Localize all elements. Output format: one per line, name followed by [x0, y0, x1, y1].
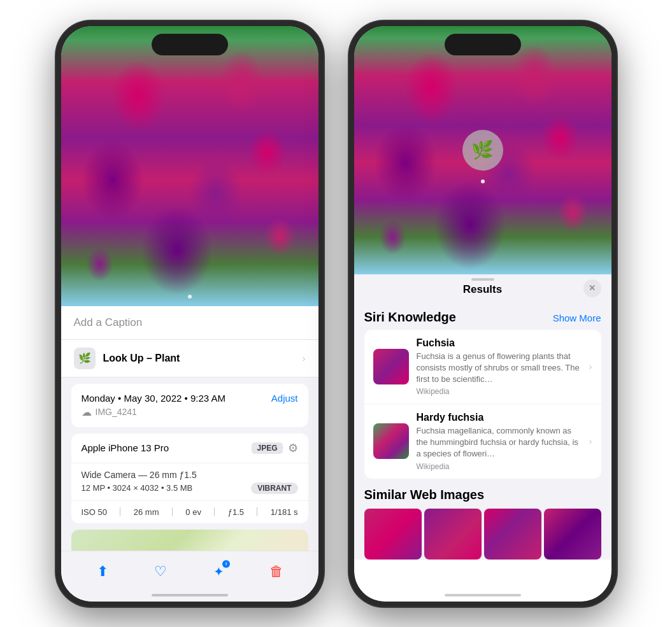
hardy-fuchsia-chevron-icon: ›: [589, 436, 592, 446]
exif-divider-2: [172, 507, 173, 516]
exif-divider-3: [214, 507, 215, 516]
left-phone: Add a Caption 🌿 Look Up – Plant › Monday…: [56, 21, 324, 607]
right-phone: 🌿 Results ✕ Siri Knowledge Show More: [349, 21, 617, 607]
heart-icon: ♡: [154, 563, 167, 580]
web-image-1[interactable]: [364, 509, 422, 560]
web-images-section: Similar Web Images: [364, 488, 601, 560]
leaf-icon: 🌿: [471, 139, 494, 160]
right-photo: 🌿: [354, 26, 611, 274]
siri-dot: [481, 180, 485, 183]
results-title: Results: [463, 283, 502, 296]
web-image-4[interactable]: [544, 509, 601, 560]
lookup-text: Look Up – Plant: [103, 353, 180, 364]
results-header: Results ✕: [354, 274, 611, 302]
exif-row: ISO 50 26 mm 0 ev ƒ1.5 1/181 s: [71, 501, 308, 523]
device-name: Apple iPhone 13 Pro: [82, 442, 169, 453]
hardy-fuchsia-name: Hardy fuchsia: [417, 412, 582, 423]
lens-sub: 12 MP • 3024 × 4032 • 3.5 MB VIBRANT: [82, 483, 298, 494]
lookup-chevron-icon: ›: [303, 353, 306, 363]
hardy-fuchsia-thumbnail: [373, 423, 409, 459]
right-home-indicator: [445, 594, 521, 596]
lookup-icon: 🌿: [74, 348, 96, 369]
info-button[interactable]: ✦ i: [209, 562, 228, 581]
fuchsia-chevron-icon: ›: [589, 362, 592, 372]
web-images-grid: [364, 509, 601, 560]
exif-ev: 0 ev: [185, 507, 201, 517]
filename: IMG_4241: [96, 407, 137, 417]
lens-text: Wide Camera — 26 mm ƒ1.5: [82, 470, 298, 480]
caption-placeholder: Add a Caption: [74, 316, 143, 328]
device-badges: JPEG ⚙: [252, 441, 297, 455]
format-badge: JPEG: [252, 442, 282, 454]
exif-divider: [120, 507, 120, 516]
right-screen: 🌿 Results ✕ Siri Knowledge Show More: [354, 26, 611, 602]
hardy-fuchsia-info: Hardy fuchsia Fuchsia magellanica, commo…: [417, 412, 582, 471]
left-photo: [61, 26, 318, 306]
exif-aperture: ƒ1.5: [228, 507, 244, 517]
exif-divider-4: [257, 507, 257, 516]
device-section: Apple iPhone 13 Pro JPEG ⚙ Wide Camera —…: [71, 433, 308, 523]
cloud-icon: ☁: [82, 406, 92, 418]
siri-lookup-button[interactable]: 🌿: [462, 130, 503, 171]
meta-date: Monday • May 30, 2022 • 9:23 AM: [82, 393, 225, 404]
close-icon: ✕: [589, 283, 596, 293]
trash-icon: 🗑: [269, 563, 283, 580]
drag-handle: [471, 278, 494, 281]
hardy-fuchsia-description: Fuchsia magellanica, commonly known as t…: [417, 425, 582, 460]
knowledge-card: Fuchsia Fuchsia is a genus of flowering …: [364, 330, 601, 479]
share-icon: ⬆: [97, 563, 108, 580]
info-badge: i: [222, 560, 230, 568]
fuchsia-source: Wikipedia: [417, 387, 582, 396]
right-dynamic-island: [445, 34, 521, 55]
results-content: Siri Knowledge Show More Fuchsia Fuchsia…: [354, 302, 611, 560]
show-more-button[interactable]: Show More: [553, 313, 601, 323]
fuchsia-item[interactable]: Fuchsia Fuchsia is a genus of flowering …: [364, 330, 601, 405]
web-image-2[interactable]: [424, 509, 482, 560]
lookup-row[interactable]: 🌿 Look Up – Plant ›: [61, 340, 318, 377]
lens-row: Wide Camera — 26 mm ƒ1.5 12 MP • 3024 × …: [71, 463, 308, 501]
fuchsia-description: Fuchsia is a genus of flowering plants t…: [417, 351, 582, 386]
settings-icon: ⚙: [288, 441, 298, 455]
resolution-text: 12 MP • 3024 × 4032 • 3.5 MB: [82, 483, 193, 493]
exif-shutter: 1/181 s: [271, 507, 298, 517]
adjust-button[interactable]: Adjust: [271, 393, 298, 404]
flower-overlay: [61, 26, 318, 306]
meta-date-row: Monday • May 30, 2022 • 9:23 AM Adjust: [82, 393, 298, 404]
caption-area[interactable]: Add a Caption: [61, 306, 318, 340]
phones-container: Add a Caption 🌿 Look Up – Plant › Monday…: [43, 8, 629, 619]
siri-knowledge-title: Siri Knowledge: [364, 310, 456, 325]
left-screen: Add a Caption 🌿 Look Up – Plant › Monday…: [61, 26, 318, 602]
photo-page-dot: [188, 295, 192, 299]
siri-knowledge-section-header: Siri Knowledge Show More: [364, 310, 601, 325]
web-image-3[interactable]: [484, 509, 541, 560]
meta-cloud-row: ☁ IMG_4241: [82, 406, 298, 418]
dynamic-island: [152, 34, 228, 55]
fuchsia-name: Fuchsia: [417, 337, 582, 349]
web-images-title: Similar Web Images: [364, 488, 601, 502]
home-indicator: [152, 594, 228, 596]
exif-iso: ISO 50: [82, 507, 107, 517]
results-panel: Results ✕ Siri Knowledge Show More: [354, 274, 611, 560]
hardy-fuchsia-source: Wikipedia: [417, 462, 582, 471]
share-button[interactable]: ⬆: [93, 562, 112, 581]
fuchsia-info: Fuchsia Fuchsia is a genus of flowering …: [417, 337, 582, 397]
fuchsia-thumbnail: [373, 349, 409, 384]
meta-section: Monday • May 30, 2022 • 9:23 AM Adjust ☁…: [71, 384, 308, 427]
hardy-fuchsia-item[interactable]: Hardy fuchsia Fuchsia magellanica, commo…: [364, 404, 601, 479]
device-row: Apple iPhone 13 Pro JPEG ⚙: [71, 433, 308, 463]
exif-focal: 26 mm: [134, 507, 159, 517]
delete-button[interactable]: 🗑: [267, 562, 286, 581]
vibrant-badge: VIBRANT: [251, 483, 297, 494]
favorite-button[interactable]: ♡: [151, 562, 170, 581]
close-button[interactable]: ✕: [583, 279, 601, 297]
